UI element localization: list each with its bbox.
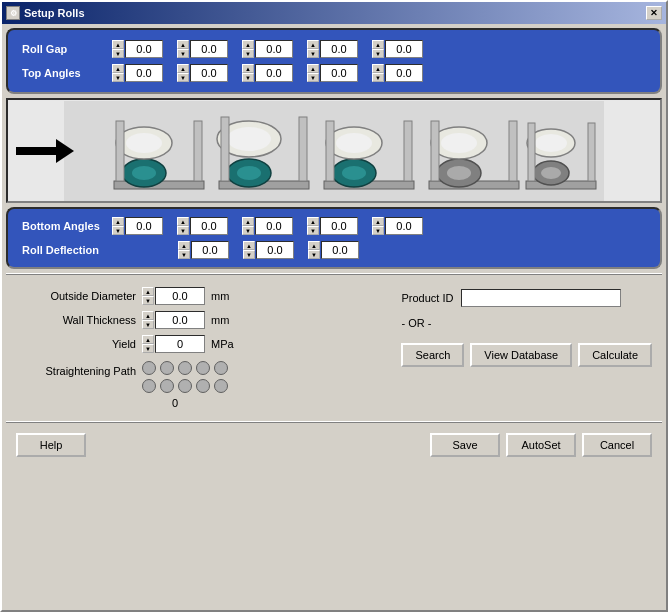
top-spin-down-2[interactable]: ▼ (177, 73, 189, 82)
svg-rect-13 (221, 117, 229, 181)
defl-spin-up-2[interactable]: ▲ (243, 241, 255, 250)
defl-spin-up-1[interactable]: ▲ (178, 241, 190, 250)
roll-gap-input-3[interactable] (255, 40, 293, 58)
top-spin-up-4[interactable]: ▲ (307, 64, 319, 73)
autoset-button[interactable]: AutoSet (506, 433, 576, 457)
top-angle-spinner-4: ▲ ▼ (307, 64, 358, 82)
yield-input[interactable] (155, 335, 205, 353)
product-id-input[interactable] (461, 289, 621, 307)
action-buttons: Search View Database Calculate (401, 343, 652, 367)
cancel-button[interactable]: Cancel (582, 433, 652, 457)
spin-down-2[interactable]: ▼ (177, 49, 189, 58)
footer-left: Help (16, 433, 86, 457)
top-spin-down-1[interactable]: ▼ (112, 73, 124, 82)
dot-9[interactable] (196, 379, 210, 393)
roll-gap-input-5[interactable] (385, 40, 423, 58)
wt-spin-up[interactable]: ▲ (142, 311, 154, 320)
top-angle-input-4[interactable] (320, 64, 358, 82)
outside-diameter-input[interactable] (155, 287, 205, 305)
roll-gap-input-2[interactable] (190, 40, 228, 58)
defl-spin-arrows-2: ▲ ▼ (243, 241, 255, 259)
top-spin-down-5[interactable]: ▼ (372, 73, 384, 82)
spin-down-3[interactable]: ▼ (242, 49, 254, 58)
bot-angle-input-1[interactable] (125, 217, 163, 235)
deflection-input-1[interactable] (191, 241, 229, 259)
bot-spin-up-4[interactable]: ▲ (307, 217, 319, 226)
calculate-button[interactable]: Calculate (578, 343, 652, 367)
footer-separator (6, 421, 662, 423)
deflection-input-2[interactable] (256, 241, 294, 259)
top-spin-down-3[interactable]: ▼ (242, 73, 254, 82)
defl-spin-up-3[interactable]: ▲ (308, 241, 320, 250)
spin-down-4[interactable]: ▼ (307, 49, 319, 58)
defl-spin-down-1[interactable]: ▼ (178, 250, 190, 259)
spinner-arrows-5: ▲ ▼ (372, 40, 384, 58)
yield-spin-up[interactable]: ▲ (142, 335, 154, 344)
help-button[interactable]: Help (16, 433, 86, 457)
yield-spin-down[interactable]: ▼ (142, 344, 154, 353)
bot-spin-up-5[interactable]: ▲ (372, 217, 384, 226)
dot-4[interactable] (196, 361, 210, 375)
defl-spin-down-3[interactable]: ▼ (308, 250, 320, 259)
wt-spin-down[interactable]: ▼ (142, 320, 154, 329)
od-spin-up[interactable]: ▲ (142, 287, 154, 296)
roll-gap-input-4[interactable] (320, 40, 358, 58)
bot-spin-down-3[interactable]: ▼ (242, 226, 254, 235)
spin-up-2[interactable]: ▲ (177, 40, 189, 49)
wall-thickness-spinner: ▲ ▼ (142, 311, 205, 329)
dot-3[interactable] (178, 361, 192, 375)
outside-diameter-label: Outside Diameter (16, 290, 136, 302)
top-spin-up-2[interactable]: ▲ (177, 64, 189, 73)
bot-spin-down-2[interactable]: ▼ (177, 226, 189, 235)
spin-up-1[interactable]: ▲ (112, 40, 124, 49)
dot-8[interactable] (178, 379, 192, 393)
bot-angle-input-4[interactable] (320, 217, 358, 235)
view-database-button[interactable]: View Database (470, 343, 572, 367)
spin-up-5[interactable]: ▲ (372, 40, 384, 49)
dot-1[interactable] (142, 361, 156, 375)
roll-gap-input-1[interactable] (125, 40, 163, 58)
top-angle-input-1[interactable] (125, 64, 163, 82)
bot-spin-arrows-1: ▲ ▼ (112, 217, 124, 235)
bot-angle-spinner-4: ▲ ▼ (307, 217, 358, 235)
deflection-input-3[interactable] (321, 241, 359, 259)
roll-visualization (64, 101, 604, 201)
top-spin-arrows-4: ▲ ▼ (307, 64, 319, 82)
spin-up-3[interactable]: ▲ (242, 40, 254, 49)
yield-label: Yield (16, 338, 136, 350)
top-angle-input-5[interactable] (385, 64, 423, 82)
roll-gap-label: Roll Gap (22, 43, 112, 55)
top-spin-up-3[interactable]: ▲ (242, 64, 254, 73)
spin-down-5[interactable]: ▼ (372, 49, 384, 58)
od-spin-down[interactable]: ▼ (142, 296, 154, 305)
bot-spin-down-5[interactable]: ▼ (372, 226, 384, 235)
wall-thickness-input[interactable] (155, 311, 205, 329)
save-button[interactable]: Save (430, 433, 500, 457)
bot-spin-down-1[interactable]: ▼ (112, 226, 124, 235)
close-button[interactable]: ✕ (646, 6, 662, 20)
top-spin-up-1[interactable]: ▲ (112, 64, 124, 73)
bot-spin-up-3[interactable]: ▲ (242, 217, 254, 226)
defl-spin-down-2[interactable]: ▼ (243, 250, 255, 259)
dot-10[interactable] (214, 379, 228, 393)
dot-7[interactable] (160, 379, 174, 393)
bot-spin-down-4[interactable]: ▼ (307, 226, 319, 235)
top-spin-down-4[interactable]: ▼ (307, 73, 319, 82)
dot-5[interactable] (214, 361, 228, 375)
bot-angle-input-2[interactable] (190, 217, 228, 235)
yield-spinner: ▲ ▼ (142, 335, 205, 353)
top-angle-input-3[interactable] (255, 64, 293, 82)
dot-6[interactable] (142, 379, 156, 393)
search-button[interactable]: Search (401, 343, 464, 367)
roll-visual-area (6, 98, 662, 203)
dot-2[interactable] (160, 361, 174, 375)
bot-angle-input-3[interactable] (255, 217, 293, 235)
bot-spin-up-2[interactable]: ▲ (177, 217, 189, 226)
bot-spin-up-1[interactable]: ▲ (112, 217, 124, 226)
top-spin-up-5[interactable]: ▲ (372, 64, 384, 73)
top-angle-input-2[interactable] (190, 64, 228, 82)
spin-up-4[interactable]: ▲ (307, 40, 319, 49)
spin-down-1[interactable]: ▼ (112, 49, 124, 58)
roll-gap-inputs: ▲ ▼ ▲ ▼ ▲ (112, 40, 423, 58)
bot-angle-input-5[interactable] (385, 217, 423, 235)
